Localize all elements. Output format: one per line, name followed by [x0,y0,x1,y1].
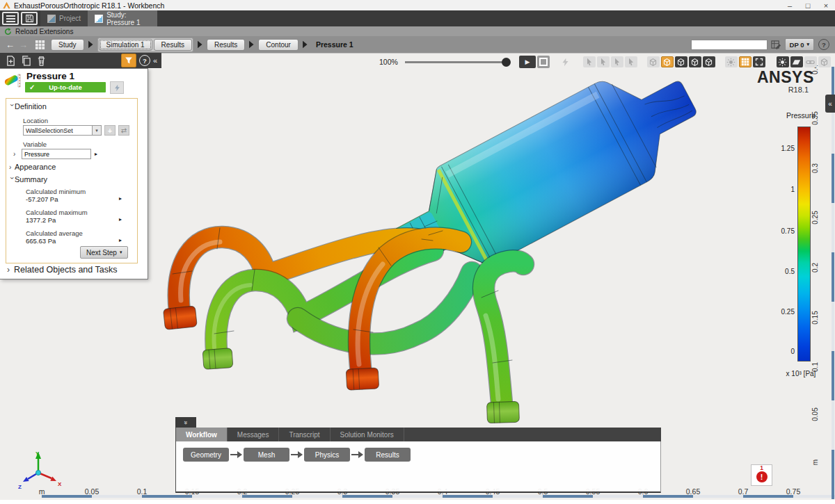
select-body-button[interactable] [625,56,637,67]
add-location-button[interactable]: + [104,125,116,136]
zoom-box-button[interactable] [689,56,701,67]
cube-icon [662,58,671,67]
tab-workflow[interactable]: Workflow [176,428,228,441]
rotate-view-button[interactable] [647,56,660,67]
fit-view-button[interactable] [703,56,715,67]
legend-unit: x 10³ [Pa] [779,370,822,377]
swap-location-button[interactable]: ⇄ [118,125,129,136]
tab-project[interactable]: Project [40,10,88,26]
location-label: Location [23,117,48,124]
reload-icon [4,28,12,35]
caret-down-icon: › [8,177,16,182]
right-ruler [832,67,834,499]
tab-study-pressure-1[interactable]: Study: Pressure 1 [88,10,157,26]
collapse-right-panel-button[interactable]: « [825,95,835,113]
more-options-icon[interactable]: ▸ [119,195,122,202]
play-button[interactable]: ▶ [519,56,536,68]
fit-screen-button[interactable] [753,56,765,67]
breadcrumb-simulation-1[interactable]: Simulation 1 [99,39,152,51]
zoom-slider-track[interactable] [405,61,509,63]
bottom-panel-tabs: Workflow Messages Transcript Solution Mo… [176,428,661,441]
more-options-icon[interactable]: ▸ [119,237,122,243]
next-step-button[interactable]: Next Step ▾ [80,246,128,259]
update-button[interactable] [559,56,572,67]
orientation-triad[interactable]: Y X Z [17,449,66,494]
maximize-button[interactable]: □ [799,1,817,10]
workflow-step-mesh[interactable]: Mesh [244,448,289,462]
quick-search-input[interactable] [691,40,768,50]
section-plane-button[interactable] [790,56,803,67]
workflow-step-physics[interactable]: Physics [304,448,350,462]
delete-icon [36,56,47,66]
delete-button[interactable] [33,54,49,67]
breadcrumb-results-b[interactable]: Results [207,39,245,51]
more-options-icon[interactable]: ▸ [95,151,97,157]
breadcrumb-contour[interactable]: Contour [258,39,299,51]
legend-tick: 1.25 [778,145,795,152]
minimize-button[interactable]: – [781,1,799,10]
shaded-view-button[interactable] [777,56,789,67]
section-summary[interactable]: › Summary [9,175,47,184]
show-mesh-button[interactable] [739,56,752,67]
chevron-right-icon[interactable]: › [13,150,19,158]
workflow-arrow-icon [351,454,358,455]
select-face-button[interactable] [611,56,623,67]
variable-input[interactable] [22,149,91,159]
chevron-down-icon[interactable]: ▾ [93,125,102,136]
nav-back-button[interactable]: ← [6,40,15,50]
new-object-button[interactable] [3,54,18,67]
section-definition[interactable]: › Definition [9,102,47,111]
pan-view-button[interactable] [661,56,674,67]
project-tab-icon [47,15,56,23]
collapse-panel-button[interactable]: « [153,56,157,65]
cube-icon [649,58,658,67]
breadcrumb-study[interactable]: Study [51,39,84,51]
design-point-selector[interactable]: DP 0 ▾ [785,38,814,51]
stop-icon [539,58,548,66]
related-objects-section[interactable]: › Related Objects and Tasks [7,265,117,275]
zoom-slider-knob[interactable] [502,58,511,67]
tab-solution-monitors[interactable]: Solution Monitors [331,428,404,441]
select-edge-button[interactable] [597,56,610,67]
look-at-button[interactable] [725,56,738,67]
reload-extensions-link[interactable]: Reload Extensions [15,28,73,35]
error-badge[interactable]: 1 ! [751,464,772,486]
plane-icon [792,58,801,67]
legend-tick: 0 [778,348,795,355]
save-button[interactable] [21,12,38,25]
more-options-icon[interactable]: ▸ [119,216,122,222]
filter-button[interactable] [121,54,136,67]
legend-tick: 0.5 [778,268,795,275]
zoom-view-button[interactable] [675,56,687,67]
menu-button[interactable] [2,12,19,25]
workflow-step-results[interactable]: Results [365,448,411,462]
stop-button[interactable] [537,56,550,68]
variable-label: Variable [23,140,47,148]
definition-box: › Definition Location WallSelectionSet ▾… [6,98,138,263]
pressure-legend: Pressure 1.25 1 0.75 0.5 0.25 0 x 10³ [P… [779,111,822,382]
design-point-table-icon[interactable] [771,40,781,50]
sun-icon [778,58,787,67]
bounding-box-button[interactable] [818,56,831,67]
select-vertex-button[interactable] [583,56,596,67]
location-select[interactable]: WallSelectionSet [23,125,93,136]
summary-item-value: 665.63 Pa [26,237,56,245]
help-button[interactable]: ? [818,39,829,50]
chevron-down-icon: » [182,421,189,424]
evaluate-button[interactable] [110,81,124,94]
collapse-bottom-panel-button[interactable]: » [175,417,196,428]
expand-icon [755,58,763,66]
workflow-step-geometry[interactable]: Geometry [183,448,229,462]
grid-view-icon[interactable] [35,40,45,50]
zoom-slider[interactable] [405,57,509,67]
close-button[interactable]: × [817,1,835,10]
cube-icon [676,58,685,67]
tab-messages[interactable]: Messages [228,428,280,441]
panel-help-button[interactable]: ? [139,55,150,66]
nav-forward-button[interactable]: → [19,40,28,50]
section-appearance[interactable]: › Appearance [9,163,56,171]
duplicate-button[interactable] [18,54,33,67]
breadcrumb-results-a[interactable]: Results [154,39,192,51]
tab-transcript[interactable]: Transcript [279,428,330,441]
link-views-button[interactable] [804,56,817,67]
